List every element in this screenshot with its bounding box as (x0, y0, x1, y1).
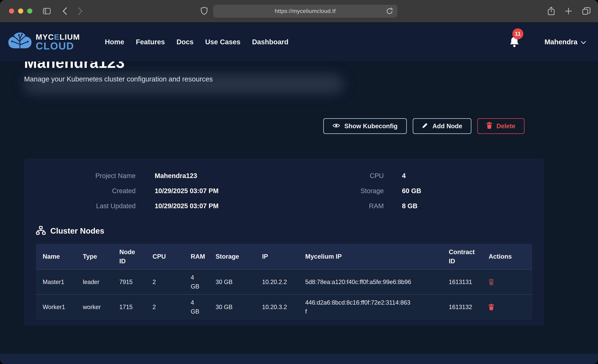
info-label: Last Updated (36, 202, 136, 210)
share-icon[interactable] (548, 7, 555, 16)
info-label: Storage (326, 187, 384, 195)
cell-ip: 10.20.3.2 (255, 295, 299, 319)
notifications-button[interactable]: 11 (509, 36, 520, 48)
info-label: Project Name (36, 172, 136, 180)
user-menu[interactable]: Mahendra (545, 38, 586, 46)
col-header-ip: IP (255, 244, 299, 270)
nav-item-use-cases[interactable]: Use Cases (205, 38, 240, 46)
browser-chrome: https://myceliumcloud.tf (0, 0, 598, 22)
cluster-actions: Show Kubeconfig Add Node Delete (24, 118, 574, 134)
back-icon[interactable] (62, 7, 67, 15)
nav-links: Home Features Docs Use Cases Dashboard (105, 38, 289, 46)
col-header-cpu: CPU (146, 244, 184, 270)
cell-ip: 10.20.2.2 (255, 270, 299, 295)
pencil-icon (422, 122, 428, 130)
cluster-info-card: Project Name Mahendra123 Created 10/29/2… (24, 158, 544, 326)
traffic-lights (9, 8, 32, 14)
cell-name: Master1 (36, 270, 76, 295)
cluster-nodes-table: Name Type Node ID CPU RAM Storage IP Myc… (36, 244, 532, 319)
cell-ram: 4 GB (184, 270, 209, 295)
nav-item-dashboard[interactable]: Dashboard (252, 38, 289, 46)
new-tab-icon[interactable] (565, 8, 572, 15)
trash-icon (486, 122, 492, 130)
col-header-contract-id: Contract ID (442, 244, 482, 270)
url-text: https://myceliumcloud.tf (275, 8, 336, 14)
delete-cluster-button[interactable]: Delete (477, 118, 524, 134)
cloud-tree-logo-icon (8, 32, 32, 52)
browser-window: https://myceliumcloud.tf (0, 0, 598, 364)
cell-contract-id: 1613132 (442, 295, 482, 319)
refresh-icon[interactable] (386, 7, 393, 15)
col-header-ram: RAM (184, 244, 209, 270)
cell-storage: 30 GB (209, 295, 255, 319)
forward-icon[interactable] (78, 7, 83, 15)
cpu-value: 4 (402, 172, 532, 180)
project-name-value: Mahendra123 (155, 172, 326, 180)
delete-node-button[interactable] (489, 304, 494, 310)
cell-mycelium-ip: 5d8:78ea:a120:f40c:ff0f:a5fe:99e6:8b96 (299, 270, 442, 295)
logo-wordmark: MYCELIUM CLOUD (36, 33, 80, 51)
project-info-left: Project Name Mahendra123 Created 10/29/2… (36, 172, 326, 210)
cell-node-id: 1715 (113, 295, 146, 319)
storage-value: 60 GB (402, 187, 532, 195)
project-info: Project Name Mahendra123 Created 10/29/2… (36, 172, 532, 210)
table-row: Worker1 worker 1715 2 4 GB 30 GB 10.20.3… (36, 295, 532, 319)
fullscreen-window-button[interactable] (27, 8, 32, 14)
col-header-storage: Storage (209, 244, 255, 270)
delete-node-button[interactable] (489, 279, 494, 285)
notification-badge: 11 (512, 28, 523, 39)
show-kubeconfig-button[interactable]: Show Kubeconfig (323, 118, 407, 134)
nav-item-home[interactable]: Home (105, 38, 124, 46)
user-name: Mahendra (545, 38, 577, 46)
col-header-node-id: Node ID (113, 244, 146, 270)
privacy-shield-icon (201, 7, 208, 16)
mycelium-cloud-logo[interactable]: MYCELIUM CLOUD (8, 32, 80, 52)
cell-storage: 30 GB (209, 270, 255, 295)
table-row: Master1 leader 7915 2 4 GB 30 GB 10.20.2… (36, 270, 532, 295)
page-title-clip: Mahendra123 (24, 62, 574, 71)
cell-contract-id: 1613131 (442, 270, 482, 295)
col-header-name: Name (36, 244, 76, 270)
page-subtitle: Manage your Kubernetes cluster configura… (24, 75, 574, 83)
last-updated-value: 10/29/2025 03:07 PM (155, 202, 326, 210)
cell-actions (482, 295, 532, 319)
col-header-mycelium-ip: Mycelium IP (299, 244, 442, 270)
created-value: 10/29/2025 03:07 PM (155, 187, 326, 195)
add-node-button[interactable]: Add Node (413, 118, 471, 134)
table-header-row: Name Type Node ID CPU RAM Storage IP Myc… (36, 244, 532, 270)
col-header-actions: Actions (482, 244, 532, 270)
info-label: RAM (326, 202, 384, 210)
cell-cpu: 2 (146, 270, 184, 295)
cell-type: leader (76, 270, 113, 295)
cell-name: Worker1 (36, 295, 76, 319)
sidebar-toggle-icon[interactable] (43, 8, 51, 14)
cell-mycelium-ip: 446:d2a6:8bcd:8c16:ff0f:72e2:3114:863f (299, 295, 442, 319)
cell-ram: 4 GB (184, 295, 209, 319)
chevron-down-icon (581, 38, 586, 46)
cluster-nodes-title: Cluster Nodes (50, 226, 104, 235)
info-label: CPU (326, 172, 384, 180)
app-navbar: MYCELIUM CLOUD Home Features Docs Use Ca… (0, 22, 598, 62)
tab-overview-icon[interactable] (582, 7, 590, 15)
cell-type: worker (76, 295, 113, 319)
cell-actions (482, 270, 532, 295)
page-viewport: MYCELIUM CLOUD Home Features Docs Use Ca… (0, 22, 598, 364)
ram-value: 8 GB (402, 202, 532, 210)
footer-band (0, 354, 598, 364)
cluster-detail-page: Mahendra123 Manage your Kubernetes clust… (0, 62, 598, 326)
cell-cpu: 2 (146, 295, 184, 319)
navbar-right: 11 Mahendra (509, 36, 586, 48)
close-window-button[interactable] (9, 8, 14, 14)
cluster-nodes-heading: Cluster Nodes (36, 226, 532, 236)
eye-icon (332, 123, 340, 130)
col-header-type: Type (76, 244, 113, 270)
minimize-window-button[interactable] (18, 8, 23, 14)
page-title: Mahendra123 (24, 62, 574, 71)
bell-icon (509, 46, 520, 48)
project-info-right: CPU 4 Storage 60 GB RAM 8 GB (326, 172, 532, 210)
address-bar[interactable]: https://myceliumcloud.tf (213, 5, 397, 17)
info-label: Created (36, 187, 136, 195)
nav-item-docs[interactable]: Docs (176, 38, 193, 46)
nav-item-features[interactable]: Features (136, 38, 165, 46)
cell-node-id: 7915 (113, 270, 146, 295)
